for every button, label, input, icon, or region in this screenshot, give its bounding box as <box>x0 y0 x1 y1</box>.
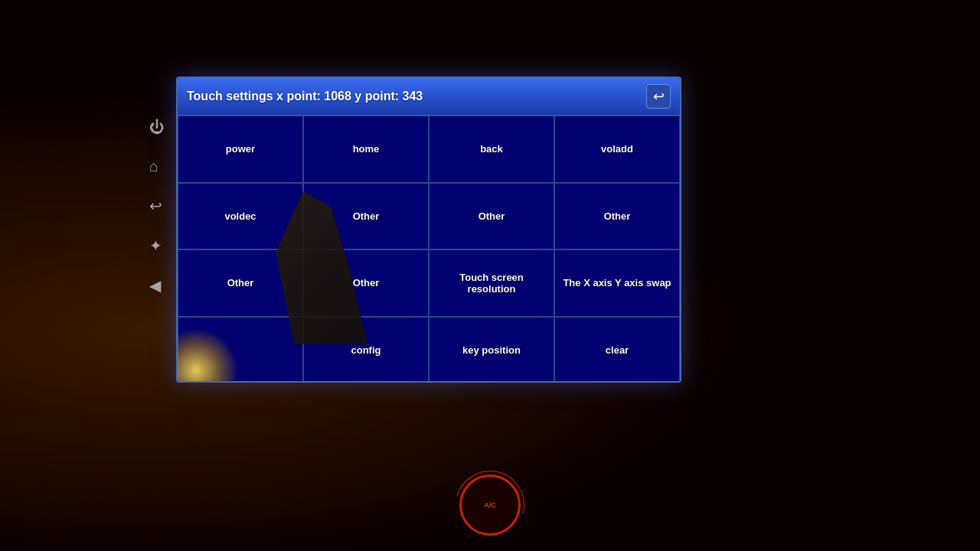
grid-cell-home[interactable]: home <box>303 116 429 183</box>
grid-cell-other2[interactable]: Other <box>429 183 554 250</box>
sidebar: ⏻ ⌂ ↩ ✦ ◀ <box>149 119 165 295</box>
sidebar-left-icon[interactable]: ◀ <box>149 276 165 295</box>
grid-cell-other5[interactable]: Other <box>303 249 429 317</box>
grid-cell-voldec[interactable]: voldec <box>178 183 303 250</box>
cell-label-other4: Other <box>227 277 254 289</box>
cell-label-other1: Other <box>353 210 380 222</box>
back-arrow-icon: ↩ <box>653 88 665 105</box>
grid-cell-voladd[interactable]: voladd <box>554 116 680 183</box>
header-title: Touch settings x point: 1068 y point: 34… <box>187 90 423 103</box>
sidebar-home-icon[interactable]: ⌂ <box>149 158 165 175</box>
header-bar: Touch settings x point: 1068 y point: 34… <box>178 78 680 115</box>
cell-label-other5: Other <box>353 277 380 289</box>
glow-decoration <box>178 328 239 381</box>
back-button[interactable]: ↩ <box>646 84 671 109</box>
sidebar-power-icon[interactable]: ⏻ <box>149 119 165 136</box>
sidebar-back-icon[interactable]: ↩ <box>149 197 165 215</box>
button-grid: power home back voladd voldec Other Othe… <box>178 115 680 383</box>
grid-cell-touch-screen-resolution[interactable]: Touch screen resolution <box>429 249 554 317</box>
grid-cell-power[interactable]: power <box>178 116 303 183</box>
cell-label-clear: clear <box>606 344 629 356</box>
cell-label-back: back <box>480 143 503 155</box>
dial-label: A/C <box>484 501 496 509</box>
cell-label-home: home <box>353 143 380 155</box>
cell-label-other2: Other <box>479 210 505 222</box>
grid-cell-clear[interactable]: clear <box>554 317 680 383</box>
grid-cell-other1[interactable]: Other <box>303 183 429 250</box>
sidebar-add-icon[interactable]: ✦ <box>149 236 165 255</box>
cell-label-voladd: voladd <box>601 143 633 155</box>
grid-cell-empty <box>178 317 303 383</box>
cell-label-voldec: voldec <box>224 210 256 222</box>
cell-label-config: config <box>351 344 381 356</box>
ac-dial-container: A/C <box>459 474 521 536</box>
cell-label-other3: Other <box>604 210 631 222</box>
grid-cell-other3[interactable]: Other <box>554 183 680 250</box>
cell-label-touch-screen-resolution: Touch screen resolution <box>436 272 547 295</box>
ac-dial[interactable]: A/C <box>459 474 521 536</box>
grid-cell-config[interactable]: config <box>303 317 429 383</box>
touch-settings-screen: Touch settings x point: 1068 y point: 34… <box>176 77 681 383</box>
grid-cell-back[interactable]: back <box>429 116 554 183</box>
cell-label-key-position: key position <box>462 344 521 356</box>
cell-label-x-axis-y-axis-swap: The X axis Y axis swap <box>563 277 671 289</box>
cell-label-power: power <box>226 143 255 155</box>
grid-cell-key-position[interactable]: key position <box>429 317 554 383</box>
grid-cell-other4[interactable]: Other <box>178 249 303 317</box>
grid-cell-x-axis-y-axis-swap[interactable]: The X axis Y axis swap <box>554 249 680 317</box>
